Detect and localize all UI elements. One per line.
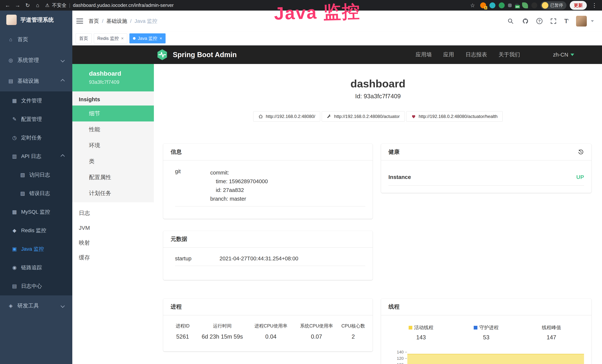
breadcrumb-separator: / bbox=[102, 18, 103, 24]
inst-item-jvm[interactable]: JVM bbox=[72, 221, 154, 235]
avatar-caret-icon[interactable] bbox=[591, 20, 594, 22]
github-icon[interactable] bbox=[522, 17, 529, 25]
extension-icon-2[interactable] bbox=[489, 2, 495, 8]
tab-java-monitor[interactable]: Java 监控 × bbox=[129, 33, 166, 43]
sidebar-item-mysql-monitor[interactable]: ▩ MySQL 监控 bbox=[0, 203, 72, 221]
sidebar-item-api-logs[interactable]: ▥ API 日志 bbox=[0, 147, 72, 166]
service-url-button[interactable]: http://192.168.0.2:48080/ bbox=[253, 111, 320, 122]
extension-icon-4[interactable] bbox=[508, 3, 512, 7]
profile-paused-label: 已暂停 bbox=[550, 2, 563, 8]
sidebar-item-access-logs[interactable]: ▧ 访问日志 bbox=[0, 166, 72, 184]
inst-item-details[interactable]: 细节 bbox=[72, 106, 154, 121]
font-size-icon[interactable]: T↑ bbox=[564, 18, 569, 25]
inst-item-classes[interactable]: 类 bbox=[72, 153, 154, 169]
history-icon[interactable] bbox=[578, 149, 584, 155]
user-avatar[interactable] bbox=[576, 16, 587, 27]
sba-locale-select[interactable]: zh-CN bbox=[553, 52, 574, 58]
tab-close-icon[interactable]: × bbox=[160, 36, 162, 41]
chrome-update-button[interactable]: 更新 bbox=[570, 1, 587, 10]
inst-item-caches[interactable]: 缓存 bbox=[72, 250, 154, 265]
sidebar-item-infrastructure[interactable]: ▤ 基础设施 bbox=[0, 71, 72, 91]
health-url-button[interactable]: http://192.168.0.2:48080/actuator/health bbox=[406, 111, 503, 122]
inst-item-environment[interactable]: 环境 bbox=[72, 137, 154, 153]
sidebar-item-system-mgmt[interactable]: ◎ 系统管理 bbox=[0, 50, 72, 71]
help-icon[interactable]: ? bbox=[536, 18, 542, 24]
fullscreen-icon[interactable] bbox=[549, 17, 557, 25]
sidebar-item-label: 研发工具 bbox=[17, 302, 39, 310]
hamburger-menu-icon[interactable] bbox=[76, 19, 83, 23]
inst-item-config-props[interactable]: 配置属性 bbox=[72, 169, 154, 185]
extension-icon-1[interactable]: 1 bbox=[480, 2, 486, 8]
health-instance-row[interactable]: Instance UP bbox=[388, 174, 584, 186]
address-divider: | bbox=[69, 2, 70, 8]
tab-redis-monitor[interactable]: Redis 监控 × bbox=[94, 33, 127, 43]
health-status-badge: UP bbox=[576, 174, 584, 180]
actuator-url-button[interactable]: http://192.168.0.2:48080/actuator bbox=[322, 111, 405, 122]
metadata-row-startup: startup 2021-04-27T00:44:31.254+08:00 bbox=[175, 256, 365, 266]
sba-nav-applications[interactable]: 应用 bbox=[443, 51, 454, 58]
metadata-row-label: startup bbox=[175, 256, 219, 262]
locale-caret-icon bbox=[570, 54, 574, 56]
back-icon[interactable]: ← bbox=[3, 2, 12, 8]
sidebar-item-label: Java 监控 bbox=[21, 246, 44, 253]
breadcrumb: 首页 / 基础设施 / Java 监控 bbox=[89, 18, 157, 25]
instance-detail-panel: dashboard Id: 93a3fc7f7409 http://192.16… bbox=[154, 64, 602, 364]
sidebar-item-home[interactable]: ⌂ 首页 bbox=[0, 29, 72, 50]
inst-item-scheduled-tasks[interactable]: 计划任务 bbox=[72, 185, 154, 201]
inst-item-metrics[interactable]: 性能 bbox=[72, 121, 154, 137]
info-row-git: git commit: time: 1596289704000 id: 27aa… bbox=[175, 168, 365, 206]
bookmark-star-icon[interactable]: ☆ bbox=[468, 2, 477, 9]
breadcrumb-item[interactable]: 首页 bbox=[89, 18, 99, 25]
sidebar-item-trace[interactable]: ◉ 链路追踪 bbox=[0, 258, 72, 277]
sidebar-item-config-mgmt[interactable]: ✎ 配置管理 bbox=[0, 110, 72, 128]
inst-item-logs[interactable]: 日志 bbox=[72, 206, 154, 221]
sba-brand[interactable]: Spring Boot Admin bbox=[156, 49, 237, 61]
info-card-title: 信息 bbox=[171, 148, 182, 156]
metadata-card-header: 元数据 bbox=[163, 231, 373, 248]
sidebar-item-error-logs[interactable]: ▨ 错误日志 bbox=[0, 184, 72, 203]
git-branch-line: branch: master bbox=[210, 194, 268, 203]
browser-menu-icon[interactable]: ⋮ bbox=[590, 2, 599, 9]
sidebar-item-dev-tools[interactable]: ◈ 研发工具 bbox=[0, 295, 72, 316]
api-log-icon: ▥ bbox=[11, 153, 18, 159]
forward-icon[interactable]: → bbox=[13, 2, 22, 8]
extension-icon-3[interactable] bbox=[499, 2, 505, 8]
chevron-down-icon bbox=[61, 304, 65, 308]
threads-chart-plot bbox=[407, 349, 584, 364]
sidebar-item-redis-monitor[interactable]: ◆ Redis 监控 bbox=[0, 221, 72, 240]
tab-home[interactable]: 首页 bbox=[76, 33, 92, 43]
process-col-header: 进程ID bbox=[169, 323, 196, 329]
health-card: 健康 Instance UP bbox=[381, 144, 591, 193]
tab-close-icon[interactable]: × bbox=[121, 36, 124, 41]
metadata-row-value: 2021-04-27T00:44:31.254+08:00 bbox=[219, 256, 298, 262]
inst-item-mappings[interactable]: 映射 bbox=[72, 235, 154, 250]
sba-nav-wallboard[interactable]: 应用墙 bbox=[416, 51, 432, 58]
tags-view-bar: 首页 Redis 监控 × Java 监控 × bbox=[72, 32, 602, 45]
threads-card-header: 线程 bbox=[381, 299, 591, 315]
info-card-header: 信息 bbox=[163, 144, 373, 161]
profile-paused-badge[interactable]: 已暂停 bbox=[541, 1, 566, 10]
browser-home-icon[interactable]: ⌂ bbox=[33, 2, 42, 8]
sidebar-item-file-mgmt[interactable]: ▦ 文件管理 bbox=[0, 91, 72, 110]
sidebar-item-label: 基础设施 bbox=[17, 77, 39, 85]
sidebar-item-java-monitor[interactable]: ▣ Java 监控 bbox=[0, 240, 72, 258]
address-bar[interactable]: ⚠ 不安全 | dashboard.yudao.iocoder.cn/infra… bbox=[45, 2, 174, 9]
app-logo-row[interactable]: 芋道管理系统 bbox=[0, 11, 72, 29]
sba-nav-journal[interactable]: 日志报表 bbox=[465, 51, 487, 58]
breadcrumb-item[interactable]: 基础设施 bbox=[107, 18, 127, 25]
extension-icon-6[interactable] bbox=[522, 2, 528, 8]
instance-header[interactable]: dashboard 93a3fc7f7409 bbox=[72, 64, 154, 91]
instance-root-items: 日志 JVM 映射 缓存 bbox=[72, 206, 154, 265]
sidebar-item-log-center[interactable]: ▤ 日志中心 bbox=[0, 277, 72, 295]
extension-icon-7[interactable] bbox=[531, 2, 537, 8]
refresh-icon[interactable]: ↻ bbox=[23, 2, 32, 9]
tab-label: Java 监控 bbox=[138, 35, 157, 41]
service-url-label: http://192.168.0.2:48080/ bbox=[266, 114, 315, 119]
sidebar-item-scheduled-tasks[interactable]: ◷ 定时任务 bbox=[0, 128, 72, 147]
info-row-label: git bbox=[175, 168, 210, 203]
search-icon[interactable] bbox=[507, 17, 515, 25]
sba-nav-about[interactable]: 关于我们 bbox=[499, 51, 520, 58]
legend-daemon-value: 53 bbox=[454, 334, 519, 341]
security-warning-icon[interactable]: ⚠ bbox=[45, 3, 49, 8]
extension-icon-5[interactable]: on bbox=[515, 3, 519, 7]
